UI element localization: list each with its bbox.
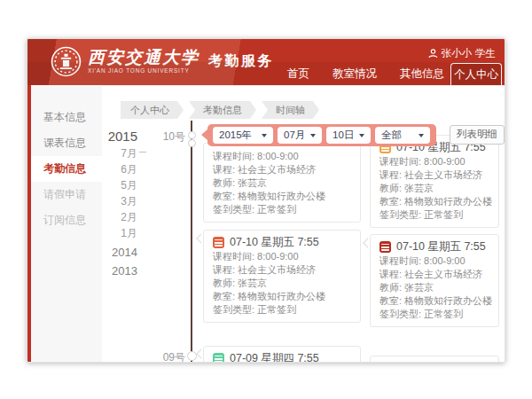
timeline-year-2013[interactable]: 2013 — [112, 264, 137, 278]
user-role: 学生 — [475, 47, 496, 60]
card-date: 07-09 星期四 7:55 — [230, 351, 319, 362]
breadcrumb: 个人中心 考勤信息 时间轴 — [121, 101, 319, 119]
list-detail-button[interactable]: 列表明细 — [450, 125, 505, 145]
card-line: 课程: 社会主义市场经济 — [213, 163, 351, 176]
card-line: 教师: 张芸京 — [213, 277, 351, 290]
card-line: 教师: 张芸京 — [379, 182, 489, 195]
year-select-value: 2015年 — [219, 129, 252, 142]
card-line: 签到类型: 正常签到 — [213, 303, 351, 317]
timeline-year-2015[interactable]: 2015 — [108, 129, 137, 144]
nav-item-home[interactable]: 首页 — [287, 66, 309, 82]
calendar-icon — [379, 241, 391, 253]
card-line: 教室: 格物致知行政办公楼 — [213, 290, 351, 303]
card-line: 签到类型: 正常签到 — [379, 308, 489, 321]
card-line: 教室: 格物致知行政办公楼 — [213, 190, 351, 203]
timeline-line — [191, 121, 192, 362]
card-line: 教师: 张芸京 — [379, 281, 489, 294]
breadcrumb-attendance[interactable]: 考勤信息 — [189, 101, 256, 119]
timeline-month-3[interactable]: 3月 — [121, 194, 137, 209]
type-select-value: 全部 — [381, 129, 402, 142]
timeline-year-2014[interactable]: 2014 — [112, 246, 137, 259]
sidebar-item-basic-info[interactable]: 基本信息 — [31, 105, 102, 130]
card-line: 教师: 张芸京 — [213, 176, 351, 190]
timeline-node — [188, 131, 196, 139]
card-line: 课程时间: 8:00-9:00 — [213, 250, 351, 263]
card-line: 课程: 社会主义市场经济 — [379, 268, 489, 281]
card-pointer — [198, 348, 203, 359]
month-select[interactable]: 07月 — [278, 127, 322, 144]
day-select[interactable]: 10日 — [326, 127, 371, 144]
calendar-icon — [213, 353, 224, 362]
chevron-down-icon — [262, 134, 267, 140]
timeline-month-7[interactable]: 7月 — [121, 146, 137, 161]
university-name-en: XI'AN JIAO TONG UNIVERSITY — [88, 67, 200, 74]
card-line: 教室: 格物致知行政办公楼 — [379, 195, 489, 208]
nav-tab-personal-center[interactable]: 个人中心 — [450, 63, 502, 85]
timeline-month-6[interactable]: 6月 — [121, 162, 137, 177]
university-name-cn: 西安交通大学 — [88, 47, 200, 66]
main-nav: 首页 教室情况 其他信息 — [287, 62, 444, 85]
breadcrumb-timeline[interactable]: 时间轴 — [262, 101, 319, 119]
type-select[interactable]: 全部 — [375, 127, 430, 144]
timeline-node — [187, 351, 197, 361]
user-name: 张小小 — [442, 47, 473, 60]
attendance-card-first-left: 课程时间: 8:00-9:00 课程: 社会主义市场经济 教师: 张芸京 教室:… — [203, 143, 361, 223]
year-select[interactable]: 2015年 — [213, 127, 273, 144]
card-line: 课程: 社会主义市场经济 — [213, 263, 351, 277]
header: 西安交通大学 XI'AN JIAO TONG UNIVERSITY 考勤服务 张… — [27, 39, 505, 85]
app-window: 西安交通大学 XI'AN JIAO TONG UNIVERSITY 考勤服务 张… — [27, 38, 505, 363]
filter-bar-arrow — [201, 129, 207, 140]
card-line: 课程时间: 8:00-9:00 — [213, 150, 351, 163]
attendance-card-second-left: 07-10 星期五 7:55 课程时间: 8:00-9:00 课程: 社会主义市… — [203, 230, 361, 323]
nav-item-other-info[interactable]: 其他信息 — [400, 66, 444, 82]
attendance-card-second-right: 07-10 星期五 7:55 课程时间: 8:00-9:00 课程: 社会主义市… — [370, 234, 499, 327]
main-content: 个人中心 考勤信息 时间轴 2015 7月 6月 5月 3月 2月 1月 201… — [102, 85, 505, 362]
attendance-card-first-right: 07-10 星期五 7:55 课程时间: 8:00-9:00 课程: 社会主义市… — [370, 135, 499, 228]
attendance-card-third-right — [370, 356, 499, 362]
card-line: 教室: 格物致知行政办公楼 — [379, 294, 489, 308]
card-line: 课程: 社会主义市场经济 — [379, 168, 489, 182]
timeline-month-5[interactable]: 5月 — [121, 178, 137, 193]
chevron-down-icon — [359, 134, 364, 140]
card-date: 07-10 星期五 7:55 — [396, 239, 486, 254]
card-pointer — [198, 233, 203, 244]
timeline-node — [188, 139, 196, 147]
timeline-month-tick — [139, 152, 146, 153]
timeline-day-09: 09号 — [150, 350, 185, 362]
filter-bar: 2015年 07月 10日 全部 — [207, 124, 436, 146]
chevron-down-icon — [419, 134, 424, 140]
card-line: 签到类型: 正常签到 — [213, 203, 351, 216]
user-icon — [428, 49, 438, 59]
sidebar-item-attendance[interactable]: 考勤信息 — [31, 156, 102, 182]
timeline-day-10: 10号 — [150, 129, 185, 145]
sidebar-item-subscription[interactable]: 订阅信息 — [31, 207, 102, 233]
user-menu[interactable]: 张小小 学生 — [428, 47, 497, 60]
card-line: 签到类型: 正常签到 — [379, 208, 489, 222]
card-date: 07-10 星期五 7:55 — [230, 235, 319, 250]
nav-item-classrooms[interactable]: 教室情况 — [332, 66, 377, 82]
card-line: 课程时间: 8:00-9:00 — [379, 155, 489, 168]
university-name: 西安交通大学 XI'AN JIAO TONG UNIVERSITY — [88, 47, 200, 74]
university-logo-icon — [51, 46, 82, 77]
sidebar: 基本信息 课表信息 考勤信息 请假申请 订阅信息 — [31, 85, 102, 362]
timeline-month-1[interactable]: 1月 — [121, 226, 137, 241]
timeline-scale: 2015 7月 6月 5月 3月 2月 1月 2014 2013 — [102, 86, 137, 362]
day-select-value: 10日 — [332, 129, 354, 142]
card-pointer — [364, 238, 370, 248]
attendance-card-third-left: 07-09 星期四 7:55 — [203, 346, 361, 362]
calendar-icon — [213, 237, 224, 248]
timeline-month-2[interactable]: 2月 — [121, 210, 137, 225]
chevron-down-icon — [310, 134, 316, 140]
sidebar-item-leave-request[interactable]: 请假申请 — [31, 182, 102, 207]
app-title: 考勤服务 — [208, 52, 274, 71]
card-line: 课程时间: 8:00-9:00 — [379, 254, 489, 268]
month-select-value: 07月 — [284, 129, 305, 142]
sidebar-item-timetable[interactable]: 课表信息 — [31, 130, 102, 156]
